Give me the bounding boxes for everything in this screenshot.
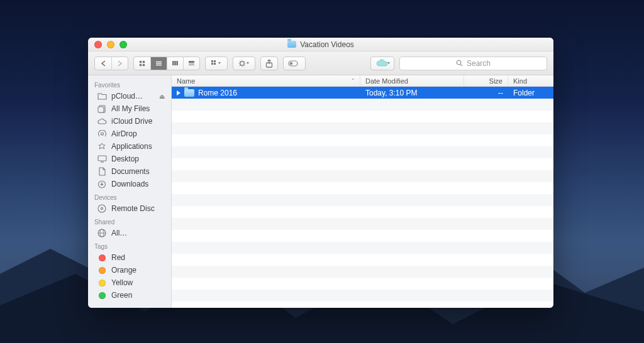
sidebar-item-label: Downloads bbox=[111, 180, 148, 188]
svg-rect-14 bbox=[214, 60, 216, 62]
file-list: Name ˄ Date Modified Size Kind Rome 2016… bbox=[172, 75, 553, 308]
svg-rect-24 bbox=[98, 107, 104, 112]
view-coverflow-button[interactable] bbox=[183, 57, 199, 70]
svg-rect-5 bbox=[156, 63, 162, 63]
titlebar[interactable]: Vacation Videos bbox=[88, 38, 553, 52]
column-kind-label: Kind bbox=[513, 77, 527, 85]
cell-kind: Folder bbox=[508, 89, 553, 97]
disc-icon bbox=[97, 204, 107, 213]
tag-icon bbox=[97, 278, 107, 287]
sidebar-section-label: Tags bbox=[88, 239, 171, 251]
column-name-label: Name bbox=[177, 77, 195, 85]
sidebar-item[interactable]: AirDrop bbox=[88, 128, 171, 140]
sidebar-item-label: Documents bbox=[111, 167, 150, 176]
cell-name: Rome 2016 bbox=[172, 89, 360, 97]
svg-rect-13 bbox=[211, 60, 213, 62]
action-menu[interactable] bbox=[233, 57, 255, 70]
finder-window: Vacation Videos bbox=[88, 38, 553, 308]
arrange-menu[interactable] bbox=[205, 57, 228, 70]
table-row-empty bbox=[172, 302, 553, 308]
table-row-empty bbox=[172, 170, 553, 182]
svg-point-21 bbox=[457, 60, 461, 65]
svg-rect-11 bbox=[189, 63, 194, 64]
cloud-icon bbox=[97, 117, 107, 126]
tag-icon bbox=[97, 266, 107, 275]
sidebar-item[interactable]: Documents bbox=[88, 165, 171, 178]
svg-rect-2 bbox=[140, 63, 142, 65]
sidebar-item-label: Desktop bbox=[111, 155, 139, 163]
sidebar-item-label: Red bbox=[111, 253, 125, 262]
sidebar-item[interactable]: All… bbox=[88, 227, 171, 239]
sidebar-item-label: Yellow bbox=[111, 278, 133, 287]
tags-button[interactable] bbox=[283, 57, 306, 70]
forward-button[interactable] bbox=[111, 57, 128, 70]
sidebar-item-label: AirDrop bbox=[111, 129, 137, 138]
svg-line-22 bbox=[460, 64, 462, 66]
tag-icon bbox=[97, 291, 107, 300]
table-row-empty bbox=[172, 218, 553, 230]
sidebar-item[interactable]: Remote Disc bbox=[88, 202, 171, 215]
table-row-empty bbox=[172, 242, 553, 254]
svg-rect-0 bbox=[140, 60, 142, 62]
sidebar-item[interactable]: Red bbox=[88, 251, 171, 264]
folder-icon bbox=[287, 41, 296, 48]
sidebar-section-label: Favorites bbox=[88, 78, 171, 90]
sidebar-item[interactable]: Applications bbox=[88, 140, 171, 153]
table-row-empty bbox=[172, 134, 553, 146]
sidebar-item[interactable]: pCloud…⏏ bbox=[88, 90, 171, 102]
sidebar-item[interactable]: Yellow bbox=[88, 276, 171, 289]
table-row-empty bbox=[172, 146, 553, 158]
folder-icon bbox=[184, 89, 194, 97]
column-size-label: Size bbox=[489, 77, 502, 85]
column-headers: Name ˄ Date Modified Size Kind bbox=[172, 75, 553, 87]
table-row-empty bbox=[172, 278, 553, 290]
view-icons-button[interactable] bbox=[134, 57, 150, 70]
search-field[interactable]: Search bbox=[399, 57, 547, 70]
table-row-empty bbox=[172, 254, 553, 266]
share-button[interactable] bbox=[260, 57, 278, 70]
sidebar-item[interactable]: All My Files bbox=[88, 102, 171, 115]
table-row[interactable]: Rome 2016Today, 3:10 PM--Folder bbox=[172, 87, 553, 99]
disclosure-triangle-icon[interactable] bbox=[177, 90, 180, 95]
table-row-empty bbox=[172, 122, 553, 134]
column-date[interactable]: Date Modified bbox=[360, 75, 464, 86]
svg-rect-8 bbox=[174, 61, 176, 65]
folder-icon bbox=[97, 92, 107, 101]
back-button[interactable] bbox=[95, 57, 111, 70]
eject-icon[interactable]: ⏏ bbox=[159, 93, 165, 100]
cloud-status-button[interactable] bbox=[370, 57, 394, 70]
sidebar-item[interactable]: Orange bbox=[88, 264, 171, 276]
svg-point-25 bbox=[101, 133, 103, 135]
svg-rect-15 bbox=[211, 63, 213, 65]
table-row-empty bbox=[172, 194, 553, 206]
sidebar-item[interactable]: Green bbox=[88, 289, 171, 302]
toolbar: Search bbox=[88, 52, 553, 75]
search-icon bbox=[456, 60, 463, 67]
sidebar-item[interactable]: Downloads bbox=[88, 178, 171, 190]
table-row-empty bbox=[172, 182, 553, 194]
view-columns-button[interactable] bbox=[167, 57, 183, 70]
svg-rect-1 bbox=[143, 60, 145, 62]
table-row-empty bbox=[172, 206, 553, 218]
sidebar-section-label: Shared bbox=[88, 215, 171, 227]
column-name[interactable]: Name ˄ bbox=[172, 75, 360, 86]
sidebar-section-label: Devices bbox=[88, 190, 171, 202]
svg-point-29 bbox=[98, 205, 106, 212]
svg-rect-6 bbox=[156, 64, 162, 65]
file-name: Rome 2016 bbox=[198, 89, 237, 97]
svg-point-20 bbox=[290, 62, 292, 64]
nav-back-forward bbox=[94, 57, 128, 70]
cell-size: -- bbox=[464, 89, 508, 97]
sidebar-item-label: Orange bbox=[111, 266, 136, 275]
sidebar-item[interactable]: iCloud Drive bbox=[88, 115, 171, 128]
sidebar-item-label: All… bbox=[111, 229, 127, 237]
svg-rect-26 bbox=[98, 156, 106, 161]
column-kind[interactable]: Kind bbox=[508, 75, 553, 86]
sidebar-item-label: iCloud Drive bbox=[111, 117, 152, 126]
svg-rect-10 bbox=[189, 61, 194, 63]
globe-icon bbox=[97, 229, 107, 237]
column-size[interactable]: Size bbox=[464, 75, 508, 86]
search-placeholder: Search bbox=[467, 59, 491, 68]
sidebar-item[interactable]: Desktop bbox=[88, 153, 171, 165]
view-list-button[interactable] bbox=[150, 57, 167, 70]
